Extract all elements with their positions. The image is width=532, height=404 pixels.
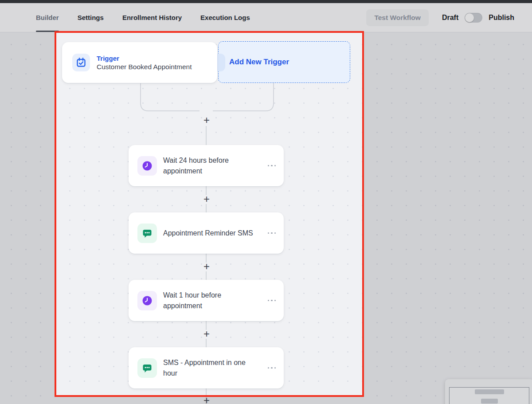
ellipsis-menu-icon[interactable] <box>268 367 276 369</box>
add-step-plus-5[interactable]: + <box>203 395 210 404</box>
clock-icon <box>137 291 157 310</box>
workflow-canvas[interactable]: Add New Trigger Trigger Customer Booked … <box>0 32 532 404</box>
tab-execution-logs[interactable]: Execution Logs <box>200 3 250 32</box>
header-actions: Test Workflow Draft Publish <box>366 3 514 32</box>
publish-label: Publish <box>489 14 514 22</box>
minimap-viewport <box>449 387 529 404</box>
step-card-title: Wait 1 hour before appointment <box>163 290 259 310</box>
workflow-header: Builder Settings Enrollment History Exec… <box>0 3 532 32</box>
minimap-node-bar <box>475 389 504 394</box>
add-step-plus-1[interactable]: + <box>203 115 210 126</box>
trigger-card-title: Trigger <box>97 55 192 62</box>
sms-icon <box>137 224 157 243</box>
add-step-plus-3[interactable]: + <box>203 261 210 272</box>
tab-builder[interactable]: Builder <box>36 3 59 32</box>
calendar-check-icon <box>72 54 90 71</box>
test-workflow-button[interactable]: Test Workflow <box>366 9 429 26</box>
add-new-trigger-label: Add New Trigger <box>229 58 289 67</box>
ellipsis-menu-icon[interactable] <box>268 300 276 302</box>
step-card-wait-24h[interactable]: Wait 24 hours before appointment <box>129 145 284 186</box>
step-card-sms-one-hour[interactable]: SMS - Appointment in one hour <box>129 347 284 388</box>
tab-enrollment-history[interactable]: Enrollment History <box>122 3 182 32</box>
minimap-node-bar <box>481 399 498 404</box>
draft-label: Draft <box>442 14 458 22</box>
add-new-trigger-box[interactable]: Add New Trigger <box>218 41 350 83</box>
clock-icon <box>137 156 157 176</box>
add-step-plus-2[interactable]: + <box>203 194 210 204</box>
sms-icon <box>137 358 157 378</box>
step-card-title: SMS - Appointment in one hour <box>163 357 259 378</box>
tab-settings[interactable]: Settings <box>78 3 104 32</box>
add-step-plus-4[interactable]: + <box>203 329 210 339</box>
ellipsis-menu-icon[interactable] <box>268 232 276 234</box>
ellipsis-menu-icon[interactable] <box>268 165 276 167</box>
step-card-reminder-sms[interactable]: Appointment Reminder SMS <box>129 212 284 254</box>
trigger-card-text: Trigger Customer Booked Appointment <box>97 55 192 71</box>
toggle-knob <box>465 13 474 22</box>
canvas-minimap[interactable] <box>445 379 532 404</box>
trigger-card[interactable]: Trigger Customer Booked Appointment <box>62 42 217 83</box>
trigger-card-subtitle: Customer Booked Appointment <box>97 63 192 71</box>
workflow-tabs: Builder Settings Enrollment History Exec… <box>36 3 250 32</box>
step-card-title: Appointment Reminder SMS <box>163 228 259 238</box>
publish-toggle[interactable] <box>465 13 482 23</box>
step-card-title: Wait 24 hours before appointment <box>163 155 259 176</box>
workflow-builder-screen: Builder Settings Enrollment History Exec… <box>0 0 532 404</box>
step-card-wait-1h[interactable]: Wait 1 hour before appointment <box>129 280 284 321</box>
window-top-bar <box>0 0 532 3</box>
